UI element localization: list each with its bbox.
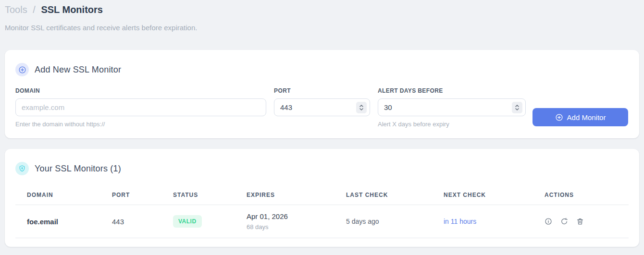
domain-input[interactable]: [15, 98, 266, 116]
monitor-expires-cell: Apr 01, 2026 68 days: [235, 205, 334, 238]
alert-days-helper-text: Alert X days before expiry: [378, 121, 526, 128]
breadcrumb: Tools / SSL Monitors: [5, 4, 639, 15]
shield-keyhole-icon: [15, 162, 29, 175]
domain-field-group: DOMAIN Enter the domain without https://: [15, 87, 266, 128]
table-header-row: DOMAIN PORT STATUS EXPIRES LAST CHECK NE…: [15, 185, 629, 205]
alert-days-label: ALERT DAYS BEFORE: [378, 87, 526, 94]
col-header-status: STATUS: [161, 185, 235, 205]
domain-label: DOMAIN: [15, 87, 266, 94]
monitor-next-check[interactable]: in 11 hours: [432, 205, 533, 238]
plus-circle-icon: [555, 113, 563, 121]
table-row: foe.email 443 VALID Apr 01, 2026 68 days…: [15, 205, 629, 238]
col-header-port: PORT: [100, 185, 161, 205]
alert-days-stepper[interactable]: [512, 102, 522, 113]
port-field-group: PORT: [274, 87, 370, 116]
refresh-icon[interactable]: [560, 218, 568, 225]
breadcrumb-tools-link[interactable]: Tools: [5, 4, 27, 15]
add-monitor-card-header: Add New SSL Monitor: [15, 63, 629, 76]
port-label: PORT: [274, 87, 370, 94]
status-badge: VALID: [173, 215, 202, 228]
add-monitor-form: DOMAIN Enter the domain without https://…: [15, 87, 629, 128]
add-monitor-card: Add New SSL Monitor DOMAIN Enter the dom…: [5, 50, 639, 138]
col-header-actions: ACTIONS: [533, 185, 629, 205]
monitors-list-title: Your SSL Monitors (1): [35, 164, 121, 174]
monitor-actions-cell: [533, 205, 629, 238]
monitors-table: DOMAIN PORT STATUS EXPIRES LAST CHECK NE…: [15, 185, 629, 238]
info-icon[interactable]: [545, 218, 552, 225]
monitors-card-header: Your SSL Monitors (1): [15, 162, 629, 175]
alert-days-field-group: ALERT DAYS BEFORE Alert X days before ex…: [378, 87, 526, 128]
trash-icon[interactable]: [576, 218, 584, 225]
alert-days-input[interactable]: [378, 98, 526, 116]
plus-circle-icon: [15, 63, 29, 76]
col-header-next-check: NEXT CHECK: [432, 185, 533, 205]
ssl-monitors-page: Tools / SSL Monitors Monitor SSL certifi…: [0, 0, 644, 247]
page-subtitle: Monitor SSL certificates and receive ale…: [5, 24, 639, 32]
col-header-expires: EXPIRES: [235, 185, 334, 205]
add-monitor-button[interactable]: Add Monitor: [533, 108, 628, 126]
monitor-last-check: 5 days ago: [334, 205, 432, 238]
breadcrumb-separator: /: [30, 4, 38, 15]
monitor-port: 443: [100, 205, 161, 238]
port-input[interactable]: [274, 98, 370, 116]
expires-days-remaining: 68 days: [247, 223, 334, 231]
monitor-domain: foe.email: [15, 205, 100, 238]
add-monitor-title: Add New SSL Monitor: [35, 65, 121, 75]
page-title: SSL Monitors: [41, 4, 103, 15]
add-monitor-button-label: Add Monitor: [567, 113, 606, 121]
domain-helper-text: Enter the domain without https://: [15, 121, 266, 128]
col-header-domain: DOMAIN: [15, 185, 100, 205]
monitors-list-card: Your SSL Monitors (1) DOMAIN PORT STATUS…: [5, 149, 639, 247]
expires-date: Apr 01, 2026: [247, 212, 334, 220]
port-stepper[interactable]: [356, 102, 367, 113]
col-header-last-check: LAST CHECK: [334, 185, 432, 205]
monitor-status-cell: VALID: [161, 205, 235, 238]
